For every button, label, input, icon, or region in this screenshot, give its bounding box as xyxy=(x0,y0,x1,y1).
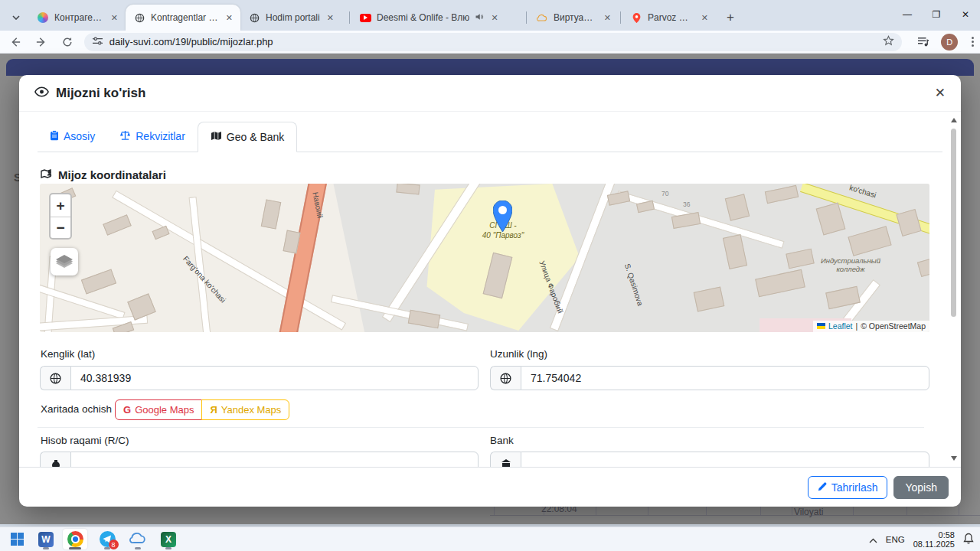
bookmark-star-icon[interactable] xyxy=(883,35,894,49)
back-button[interactable] xyxy=(5,33,26,51)
browser-tab-youtube[interactable]: Deesmi & Onlife - Влю ✕ xyxy=(351,5,524,31)
tray-chevron-up-icon[interactable] xyxy=(869,533,877,546)
new-tab-button[interactable]: + xyxy=(720,8,740,28)
address-bar[interactable]: daily-suvi.com/19l/public/mijozlar.php xyxy=(84,33,903,51)
window-maximize-button[interactable]: ❐ xyxy=(922,0,951,29)
eye-icon xyxy=(34,86,49,100)
media-controls-icon[interactable] xyxy=(913,33,934,51)
system-tray: ENG 0:58 08.11.2025 xyxy=(869,527,974,551)
leaflet-map[interactable]: Farg'ona ko'chasi Улица Фаробий S. Qasim… xyxy=(40,184,929,332)
tab-audio-icon[interactable] xyxy=(475,12,484,24)
house-number: 70 xyxy=(662,190,668,197)
reload-button[interactable] xyxy=(57,33,78,51)
start-button[interactable] xyxy=(5,529,29,549)
forward-button[interactable] xyxy=(31,33,52,51)
tab-close-icon[interactable]: ✕ xyxy=(109,11,119,24)
edit-button[interactable]: Tahrirlash xyxy=(808,476,888,499)
tab-close-icon[interactable]: ✕ xyxy=(489,11,499,24)
taskbar-excel[interactable]: X xyxy=(156,529,181,549)
profile-avatar[interactable]: D xyxy=(939,33,960,51)
lng-input[interactable] xyxy=(521,366,929,390)
taskbar-chrome-active[interactable] xyxy=(63,529,87,549)
window-close-button[interactable]: ✕ xyxy=(951,0,980,29)
section-title: Mijoz koordinatalari xyxy=(58,168,166,181)
modal-header: Mijozni ko'rish ✕ xyxy=(19,75,961,112)
telegram-icon: 8 xyxy=(100,531,116,547)
osm-link[interactable]: © OpenStreetMap xyxy=(861,321,926,331)
tab-title: Виртуальная АТС xyxy=(554,12,597,23)
account-input[interactable] xyxy=(70,452,479,467)
browser-tab-smartup[interactable]: Контрагенты - Smartup ✕ xyxy=(29,5,126,31)
ukraine-flag-icon xyxy=(817,323,825,329)
clock-time: 0:58 xyxy=(913,530,955,540)
map-building xyxy=(81,269,116,294)
excel-icon: X xyxy=(161,532,176,547)
zoom-in-button[interactable]: + xyxy=(51,194,70,217)
zoom-out-button[interactable]: − xyxy=(51,217,70,239)
url-text[interactable]: daily-suvi.com/19l/public/mijozlar.php xyxy=(109,36,884,47)
browser-tab-yandex-maps[interactable]: Parvoz № 40 Sgosh — Yan ✕ xyxy=(622,5,716,31)
globe-icon xyxy=(40,366,70,390)
tab-close-icon[interactable]: ✕ xyxy=(224,11,234,24)
clock-date: 08.11.2025 xyxy=(913,540,955,549)
windows-logo-icon xyxy=(11,533,24,546)
poi-label-college: Индустриальный колледж xyxy=(815,256,886,273)
avatar-initial: D xyxy=(941,34,958,51)
tab-asosiy[interactable]: Asosiy xyxy=(38,121,107,152)
browser-toolbar: daily-suvi.com/19l/public/mijozlar.php D xyxy=(0,31,980,54)
screen: Контрагенты - Smartup ✕ Kontragentlar — … xyxy=(0,0,980,551)
word-icon: W xyxy=(38,532,54,547)
tab-search-chevron-icon[interactable] xyxy=(6,8,26,28)
background-table-header: Viloyati xyxy=(794,507,823,517)
taskbar-word[interactable]: W xyxy=(34,529,58,549)
map-zoom-control: + − xyxy=(49,193,72,240)
yandex-maps-button[interactable]: Я Yandex Maps xyxy=(201,399,289,420)
tab-close-icon[interactable]: ✕ xyxy=(700,11,710,24)
globe-favicon-icon xyxy=(248,11,260,24)
tab-close-icon[interactable]: ✕ xyxy=(325,11,335,24)
browser-tab-kontragentlar-active[interactable]: Kontragentlar — stacked m ✕ xyxy=(126,5,240,31)
modal-close-icon[interactable]: ✕ xyxy=(935,85,946,101)
modal-footer: Tahrirlash Yopish xyxy=(19,467,961,507)
language-indicator[interactable]: ENG xyxy=(886,535,905,544)
notifications-bell-icon[interactable] xyxy=(963,533,974,547)
map-attribution: Leaflet | © OpenStreetMap xyxy=(813,321,929,332)
taskbar-cloud-app[interactable] xyxy=(126,529,150,549)
modal-title: Mijozni ko'rish xyxy=(56,86,145,101)
bank-input[interactable] xyxy=(521,452,929,467)
map-building xyxy=(261,199,282,229)
background-table-border xyxy=(490,515,980,516)
windows-taskbar: W 8 X ENG xyxy=(0,527,980,551)
google-maps-button[interactable]: G Google Maps xyxy=(115,399,202,420)
modal-scrollbar[interactable] xyxy=(949,116,959,462)
tab-title: Kontragentlar — stacked m xyxy=(151,12,219,23)
browser-tab-ats[interactable]: Виртуальная АТС ✕ xyxy=(528,5,619,31)
tab-title: Контрагенты - Smartup xyxy=(54,12,104,23)
map-layers-control[interactable] xyxy=(51,248,78,276)
browser-tabstrip: Контрагенты - Smartup ✕ Kontragentlar — … xyxy=(0,0,980,31)
site-settings-icon[interactable] xyxy=(92,36,103,48)
tab-geo-bank-active[interactable]: Geo & Bank xyxy=(198,122,298,152)
globe-favicon-icon xyxy=(133,11,145,24)
window-minimize-button[interactable]: — xyxy=(893,0,922,29)
leaflet-link[interactable]: Leaflet xyxy=(828,321,853,331)
map-people-icon xyxy=(41,168,53,181)
taskbar-telegram[interactable]: 8 xyxy=(95,529,119,549)
lat-input[interactable] xyxy=(70,366,479,390)
taskbar-clock[interactable]: 0:58 08.11.2025 xyxy=(913,530,955,549)
scroll-up-arrow-icon[interactable] xyxy=(951,118,957,122)
scrollbar-thumb[interactable] xyxy=(951,129,956,317)
close-modal-button[interactable]: Yopish xyxy=(893,476,949,499)
background-navbar xyxy=(6,59,974,76)
chrome-menu-icon[interactable] xyxy=(965,33,980,51)
edit-button-label: Tahrirlash xyxy=(831,481,878,494)
map-building xyxy=(152,226,169,240)
scales-icon xyxy=(119,130,131,143)
tab-title: Deesmi & Onlife - Влю xyxy=(377,12,469,23)
map-marker-pin-icon[interactable] xyxy=(493,201,512,235)
tab-close-icon[interactable]: ✕ xyxy=(603,11,612,24)
section-title-row: Mijoz koordinatalari xyxy=(41,168,166,181)
scroll-down-arrow-icon[interactable] xyxy=(951,456,957,461)
browser-tab-hodim[interactable]: Hodim portali ✕ xyxy=(240,5,348,31)
tab-rekvizitlar[interactable]: Rekvizitlar xyxy=(107,121,198,152)
